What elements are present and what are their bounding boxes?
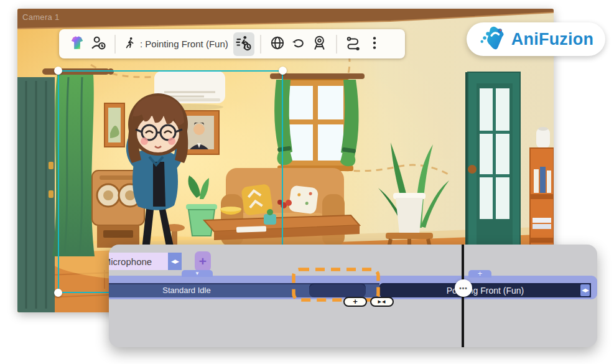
toolbar-divider	[336, 35, 337, 54]
app-window: Camera 1	[0, 0, 614, 364]
add-clip-tab[interactable]: +	[468, 270, 491, 278]
motion-path-icon	[345, 35, 361, 54]
current-motion[interactable]: : Pointing Front (Fun)	[124, 36, 228, 52]
clip-selection-outline[interactable]	[292, 268, 380, 302]
insert-clip-button[interactable]: +	[343, 297, 367, 307]
fit-clip-button[interactable]: ▶◀	[370, 297, 394, 307]
kebab-menu-icon	[370, 35, 379, 54]
position-button[interactable]	[267, 32, 288, 56]
microphone-track[interactable]: Microphone	[109, 253, 168, 270]
runner-clock-icon	[235, 34, 253, 54]
left-door	[17, 77, 55, 312]
current-motion-label: : Pointing Front (Fun)	[140, 39, 228, 49]
character-pose-button[interactable]	[88, 32, 109, 56]
more-options-button[interactable]	[364, 32, 385, 56]
runner-icon	[124, 36, 136, 52]
microphone-track-label: Microphone	[109, 256, 152, 267]
zoom-character-button[interactable]	[309, 32, 330, 56]
brand-logo: AniFuzion	[467, 22, 605, 56]
character-toolbar: : Pointing Front (Fun)	[59, 29, 405, 58]
selection-handle-top-left[interactable]	[54, 67, 62, 75]
camera-label: Camera 1	[22, 12, 59, 22]
selection-handle-bottom-left[interactable]	[54, 289, 62, 297]
clip-more-button[interactable]: •••	[455, 279, 472, 297]
rotate-button[interactable]	[288, 32, 309, 56]
rotate-arrow-icon	[291, 35, 307, 54]
timeline-panel: Microphone ◀▶ + ▼ Standard Idle Pointing…	[109, 245, 597, 347]
toolbar-divider	[114, 35, 116, 54]
outfit-button[interactable]	[67, 32, 88, 56]
microphone-track-resize-handle[interactable]: ◀▶	[168, 253, 182, 270]
motion-speed-button[interactable]	[233, 32, 254, 56]
brand-logo-text: AniFuzion	[511, 30, 593, 49]
globe-icon	[269, 35, 286, 54]
collapse-track-tab[interactable]: ▼	[182, 270, 213, 277]
clip-resize-handle[interactable]: ◀▶	[580, 284, 590, 297]
selection-handle-top-right[interactable]	[279, 67, 287, 75]
person-clock-icon	[90, 34, 107, 54]
clip-standard-idle-label: Standard Idle	[109, 286, 264, 295]
person-magnifier-icon	[312, 35, 328, 54]
clip-pointing-front[interactable]: Pointing Front (Fun)	[379, 283, 591, 297]
tshirt-rainbow-icon	[69, 35, 85, 54]
motion-path-button[interactable]	[343, 32, 364, 56]
toolbar-divider	[260, 35, 261, 54]
anifuzion-logo-icon	[478, 24, 507, 55]
add-track-button[interactable]: +	[195, 251, 211, 271]
